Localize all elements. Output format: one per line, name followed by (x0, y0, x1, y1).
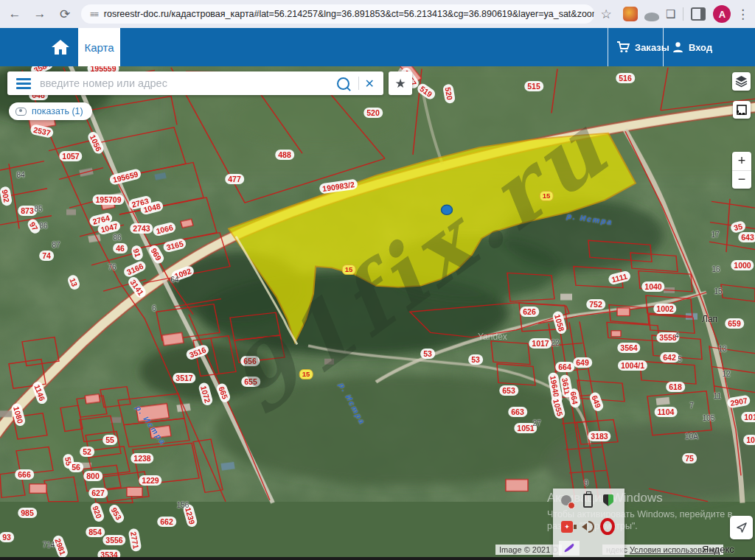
measure-area-button[interactable] (733, 101, 751, 119)
orders-label: Заказы (635, 42, 669, 53)
cadastral-map[interactable]: 1955593584648253710561057255751952052051… (0, 66, 755, 560)
screen: ← → ⟳ ≡≡ rosreestr-doc.ru/кадастровая_ка… (0, 0, 755, 560)
header-separator2 (663, 28, 664, 66)
browser-actions: ☆ ❑ A ⋮ (594, 4, 753, 24)
geolocate-button[interactable] (730, 516, 753, 539)
back-icon[interactable]: ← (4, 4, 25, 24)
village-name-label: Лап (702, 314, 717, 324)
system-tray-popup: ✦ (553, 489, 624, 557)
show-results-label: показать (1) (32, 106, 83, 116)
search-input[interactable] (38, 77, 337, 90)
layers-button[interactable] (732, 72, 751, 91)
window-bottom-edge (0, 557, 755, 560)
url-text[interactable]: rosreestr-doc.ru/кадастровая_карта#lat=5… (104, 9, 594, 19)
zoom-out-button[interactable]: − (732, 171, 751, 189)
extension-icon-2[interactable] (644, 13, 659, 21)
clear-search-icon[interactable]: ✕ (365, 77, 375, 91)
login-button[interactable]: Вход (672, 28, 712, 66)
measure-icon (736, 104, 748, 116)
menu-dots-icon[interactable]: ⋮ (732, 4, 753, 24)
search-bar: ✕ (7, 71, 383, 95)
orders-button[interactable]: Заказы (616, 28, 669, 66)
imagery-attribution: Image © 2021 D (495, 545, 562, 555)
security-shield-icon[interactable] (600, 492, 616, 508)
url-bar[interactable]: ≡≡ rosreestr-doc.ru/кадастровая_карта#la… (81, 4, 594, 24)
zoom-in-button[interactable]: + (732, 152, 751, 171)
toolbar-separator (683, 7, 683, 21)
home-button[interactable] (43, 28, 78, 66)
browser-toolbar: ← → ⟳ ≡≡ rosreestr-doc.ru/кадастровая_ка… (0, 0, 755, 28)
side-panel-icon[interactable] (691, 7, 706, 21)
login-label: Вход (689, 42, 712, 53)
yandex-watermark: Yandex (478, 332, 507, 342)
favorites-button[interactable]: ★ (389, 71, 412, 95)
zoom-controls: + − (732, 152, 751, 189)
usb-tray-icon[interactable] (580, 492, 596, 508)
user-icon (672, 41, 683, 53)
menu-hamburger-icon[interactable] (16, 76, 31, 91)
network-tray-icon[interactable] (558, 492, 574, 508)
show-results-button[interactable]: показать (1) (9, 102, 92, 120)
bookmark-star-icon[interactable]: ☆ (596, 4, 616, 24)
search-divider (358, 77, 359, 90)
layers-icon (735, 75, 748, 88)
pen-tray-icon[interactable] (559, 541, 580, 556)
yandex-logo[interactable]: Яндекс (702, 544, 734, 555)
site-header: Карта Заказы Вход (0, 28, 755, 66)
cart-icon (616, 41, 630, 53)
extension-icon-1[interactable] (623, 7, 638, 21)
forward-icon[interactable]: → (29, 4, 50, 24)
site-info-icon[interactable]: ≡≡ (90, 10, 98, 18)
home-icon (51, 38, 70, 56)
search-icon[interactable] (337, 77, 349, 90)
eye-icon (15, 108, 27, 116)
opera-tray-icon[interactable] (599, 518, 616, 534)
map-canvas (0, 66, 755, 560)
volume-tray-icon[interactable] (580, 519, 596, 535)
reload-icon[interactable]: ⟳ (55, 4, 75, 24)
tab-map[interactable]: Карта (78, 28, 120, 66)
geolocate-icon (736, 522, 748, 533)
profile-avatar[interactable]: A (713, 5, 731, 23)
map-center-marker (442, 205, 453, 214)
extensions-puzzle-icon[interactable]: ❑ (666, 7, 675, 21)
header-separator (608, 28, 608, 66)
